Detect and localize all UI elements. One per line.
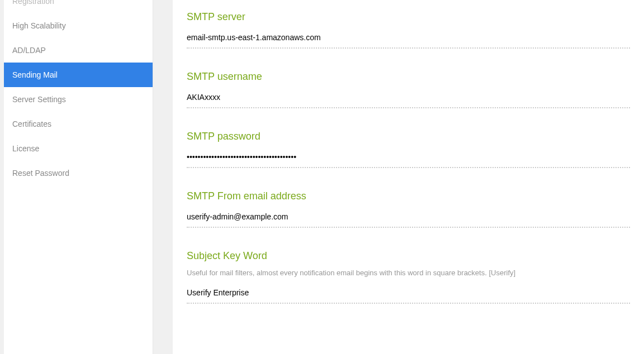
smtp-username-label: SMTP username bbox=[187, 71, 630, 83]
settings-sidebar: Registration High Scalability AD/LDAP Se… bbox=[4, 0, 153, 354]
smtp-password-label: SMTP password bbox=[187, 131, 630, 142]
smtp-username-input[interactable] bbox=[187, 89, 630, 108]
sidebar-item-sending-mail[interactable]: Sending Mail bbox=[4, 63, 153, 87]
subject-keyword-input[interactable] bbox=[187, 285, 630, 304]
field-smtp-from: SMTP From email address bbox=[187, 190, 630, 228]
sidebar-item-server-settings[interactable]: Server Settings bbox=[4, 87, 153, 112]
smtp-server-label: SMTP server bbox=[187, 11, 630, 23]
main-content: SMTP server SMTP username SMTP password … bbox=[153, 0, 644, 354]
subject-keyword-help: Useful for mail filters, almost every no… bbox=[187, 269, 630, 277]
smtp-from-label: SMTP From email address bbox=[187, 190, 630, 202]
sidebar-item-certificates[interactable]: Certificates bbox=[4, 112, 153, 136]
field-smtp-server: SMTP server bbox=[187, 11, 630, 49]
sidebar-item-license[interactable]: License bbox=[4, 136, 153, 161]
sidebar-item-reset-password[interactable]: Reset Password bbox=[4, 161, 153, 185]
sidebar-item-registration[interactable]: Registration bbox=[4, 0, 153, 13]
sidebar-item-ad-ldap[interactable]: AD/LDAP bbox=[4, 38, 153, 63]
field-smtp-username: SMTP username bbox=[187, 71, 630, 108]
field-subject-keyword: Subject Key Word Useful for mail filters… bbox=[187, 250, 630, 304]
sidebar-item-high-scalability[interactable]: High Scalability bbox=[4, 13, 153, 38]
smtp-server-input[interactable] bbox=[187, 30, 630, 49]
field-smtp-password: SMTP password bbox=[187, 131, 630, 168]
smtp-from-input[interactable] bbox=[187, 209, 630, 228]
sending-mail-panel: SMTP server SMTP username SMTP password … bbox=[173, 0, 644, 354]
smtp-password-input[interactable] bbox=[187, 149, 630, 168]
subject-keyword-label: Subject Key Word bbox=[187, 250, 630, 262]
